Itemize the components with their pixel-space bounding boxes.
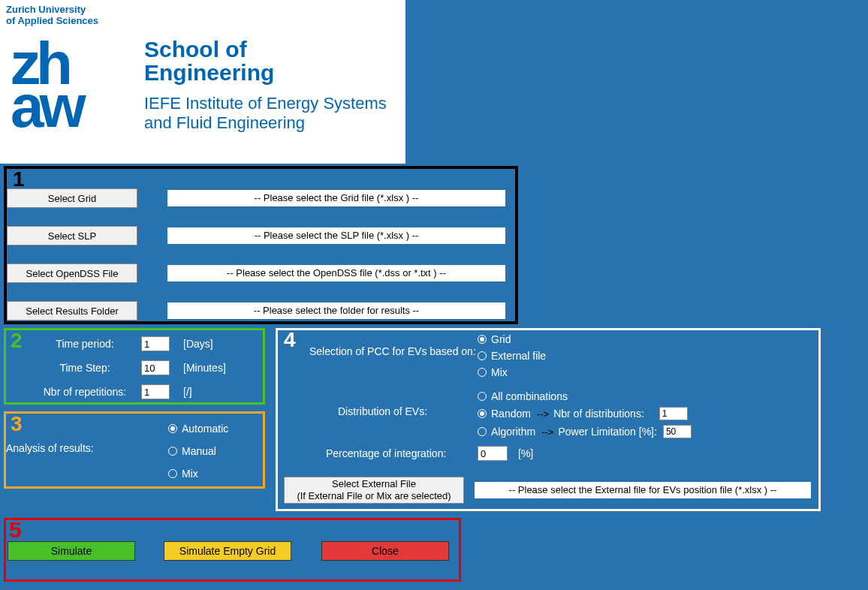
slp-file-display: -- Please select the SLP file (*.xlsx ) … — [167, 227, 505, 244]
results-folder-display: -- Please select the folder for results … — [167, 303, 505, 319]
analysis-opt-manual: Manual — [182, 445, 216, 457]
analysis-radio-automatic[interactable] — [168, 424, 177, 433]
repetitions-label: Nbr of repetitions: — [29, 386, 141, 398]
dist-radio-algorithm[interactable] — [478, 427, 487, 436]
zhaw-logo: zh aw — [11, 42, 138, 128]
uni-line1: Zurich University — [6, 4, 86, 15]
panel5-number: 5 — [9, 517, 22, 543]
panel-analysis: 3 Analysis of results: Automatic Manual … — [4, 411, 265, 489]
panel-ev-settings: 4 Selection of PCC for EVs based on: Gri… — [276, 328, 821, 511]
dist-opt-algorithm: Algorithm — [491, 426, 535, 438]
analysis-opt-automatic: Automatic — [182, 423, 228, 435]
analysis-label: Analysis of results: — [6, 442, 94, 454]
time-period-unit: [Days] — [183, 338, 213, 350]
nbr-dist-label: Nbr of distributions: — [553, 408, 644, 420]
panel1-number: 1 — [13, 167, 25, 191]
panel3-number: 3 — [11, 412, 23, 436]
close-button[interactable]: Close — [321, 541, 449, 561]
select-grid-button[interactable]: Select Grid — [7, 188, 137, 208]
repetitions-unit: [/] — [183, 386, 192, 398]
pcc-radio-grid[interactable] — [478, 335, 487, 344]
dist-opt-random: Random — [491, 408, 531, 420]
header-logo-area: Zurich University of Applied Sciences zh… — [0, 0, 405, 164]
pcc-opt-grid: Grid — [491, 333, 511, 345]
time-step-label: Time Step: — [29, 362, 141, 374]
panel2-number: 2 — [11, 329, 23, 353]
select-slp-button[interactable]: Select SLP — [7, 226, 137, 245]
uni-line2: of Applied Sciences — [6, 15, 98, 26]
external-file-display: -- Please select the External file for E… — [475, 482, 811, 498]
opendss-file-display: -- Please select the OpenDSS file (*.dss… — [167, 265, 505, 281]
grid-file-display: -- Please select the Grid file (*.xlsx )… — [167, 190, 505, 206]
panel4-number: 4 — [284, 328, 296, 352]
power-lim-label: Power Limitation [%]: — [558, 426, 657, 438]
nbr-dist-input[interactable] — [659, 407, 688, 420]
analysis-radio-manual[interactable] — [168, 447, 177, 456]
repetitions-input[interactable] — [141, 384, 170, 399]
analysis-radio-mix[interactable] — [168, 469, 177, 478]
time-period-label: Time period: — [29, 338, 141, 350]
panel-time-settings: 2 Time period: [Days] Time Step: [Minute… — [4, 328, 265, 405]
dist-label: Distribution of EVs: — [338, 405, 427, 417]
pcc-opt-mix: Mix — [491, 366, 508, 378]
zhaw-aw: aw — [11, 85, 138, 128]
dist-opt-all: All combinations — [491, 390, 568, 402]
simulate-button[interactable]: Simulate — [8, 541, 135, 561]
institute-title: IEFE Institute of Energy Systems and Flu… — [144, 94, 387, 133]
pcc-opt-external: External file — [491, 350, 546, 362]
select-external-file-button[interactable]: Select External File (If External File o… — [284, 477, 464, 504]
simulate-empty-button[interactable]: Simulate Empty Grid — [164, 541, 291, 561]
select-results-folder-button[interactable]: Select Results Folder — [7, 301, 137, 321]
analysis-opt-mix: Mix — [182, 468, 198, 480]
arrow-icon: --> — [541, 426, 553, 438]
pcc-radio-mix[interactable] — [478, 368, 487, 377]
time-step-input[interactable] — [141, 360, 170, 375]
panel-actions: 5 Simulate Simulate Empty Grid Close — [4, 518, 461, 582]
pcc-radio-external[interactable] — [478, 351, 487, 360]
panel-file-selection: 1 Select Grid -- Please select the Grid … — [4, 166, 518, 324]
time-step-unit: [Minutes] — [183, 362, 226, 374]
dist-radio-all[interactable] — [478, 392, 487, 401]
pct-input[interactable] — [478, 446, 508, 461]
arrow-icon: --> — [537, 408, 549, 420]
select-opendss-button[interactable]: Select OpenDSS File — [7, 263, 137, 283]
pcc-label: Selection of PCC for EVs based on: — [309, 345, 476, 357]
power-lim-input[interactable] — [663, 425, 692, 438]
university-name: Zurich University of Applied Sciences — [6, 5, 399, 27]
pct-label: Percentage of integration: — [326, 447, 446, 459]
pct-unit: [%] — [518, 447, 533, 459]
school-title: School of Engineering — [144, 38, 387, 85]
time-period-input[interactable] — [141, 336, 170, 351]
dist-radio-random[interactable] — [478, 409, 487, 418]
